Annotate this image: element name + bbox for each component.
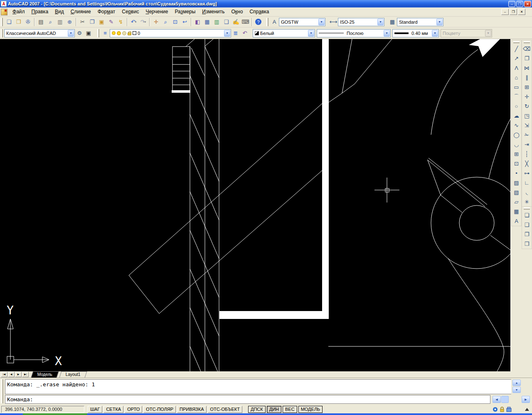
rotate-button[interactable]: ↻ xyxy=(522,101,532,111)
menu-изменить[interactable]: Изменить xyxy=(199,8,228,16)
scroll-track[interactable] xyxy=(509,396,522,403)
toolbar-lock-icon[interactable] xyxy=(506,407,512,412)
fillet-button[interactable]: ◟ xyxy=(522,188,532,197)
polyline-button[interactable]: Λ xyxy=(512,63,521,73)
toolbar-grip[interactable] xyxy=(266,18,268,26)
restore-button[interactable]: ❐ xyxy=(510,9,517,15)
ellipse-button[interactable]: ◯ xyxy=(512,130,521,140)
chevron-down-icon[interactable]: ▾ xyxy=(224,30,230,37)
trim-button[interactable]: ✁ xyxy=(522,130,532,140)
close-button[interactable]: ✕ xyxy=(518,9,525,15)
menu-размеры[interactable]: Размеры xyxy=(171,8,199,16)
last-tab-button[interactable]: ▶| xyxy=(22,372,29,377)
toggle-отс-поляр[interactable]: ОТС-ПОЛЯР xyxy=(143,406,176,413)
table-style-icon[interactable]: ▦ xyxy=(388,17,397,27)
start-button[interactable] xyxy=(23,413,87,415)
menu-черчение[interactable]: Черчение xyxy=(142,8,171,16)
toolbar-grip[interactable] xyxy=(1,18,3,26)
pan-button[interactable]: ✛ xyxy=(151,17,161,27)
workspace-combo[interactable]: Классический AutoCAD ▾ xyxy=(4,29,75,37)
markup-set-manager-button[interactable]: ✍ xyxy=(231,17,241,27)
undo-button[interactable]: ↶▾ xyxy=(129,17,138,27)
erase-button[interactable]: ⌫ xyxy=(522,44,532,54)
toolbar-grip[interactable] xyxy=(1,29,3,37)
chevron-down-icon[interactable]: ▾ xyxy=(308,30,314,37)
drawing-file-icon[interactable] xyxy=(1,9,7,15)
previous-tab-button[interactable]: ◀ xyxy=(8,372,15,377)
menu-справка[interactable]: Справка xyxy=(246,8,272,16)
point-button[interactable]: • xyxy=(512,168,521,178)
modify-toolbar-grip[interactable] xyxy=(524,41,530,43)
layer-freeze-icon[interactable] xyxy=(117,31,121,35)
layer-vp-freeze-icon[interactable] xyxy=(122,31,126,35)
workspace-settings-icon[interactable]: ⚙ xyxy=(75,29,84,38)
title-bar[interactable]: A AutoCAD 2007 - [C:\Documents and Setti… xyxy=(0,0,532,7)
color-combo[interactable]: Белый ▾ xyxy=(253,29,315,37)
scroll-up-button[interactable]: ▲ xyxy=(512,380,521,386)
communication-center-icon[interactable] xyxy=(493,407,498,412)
tool-palettes-button[interactable]: ▥ xyxy=(212,17,222,27)
open-button[interactable]: ❒ xyxy=(14,17,23,27)
layer-combo[interactable]: 0 ▾ xyxy=(110,29,231,37)
close-button[interactable]: ✕ xyxy=(524,1,531,7)
plot-preview-button[interactable]: ⌕ xyxy=(46,17,55,27)
layer-manager-icon[interactable]: ≡ xyxy=(101,29,110,38)
table-style-combo[interactable]: Standard ▾ xyxy=(397,18,443,26)
lineweight-combo[interactable]: 0.40 мм ▾ xyxy=(392,29,439,37)
send-to-back-button[interactable]: ❑ xyxy=(522,220,532,230)
scroll-right-button[interactable]: ▶ xyxy=(522,396,530,403)
toggle-орто[interactable]: ОРТО xyxy=(125,406,142,413)
polygon-button[interactable]: ⌂ xyxy=(512,73,521,82)
toggle-отс-объект[interactable]: ОТС-ОБЪЕКТ xyxy=(208,406,242,413)
join-button[interactable]: ⊶ xyxy=(522,168,532,178)
zoom-realtime-button[interactable]: ⌕ xyxy=(161,17,170,27)
arc-button[interactable]: ⌒ xyxy=(512,92,521,101)
break-at-point-button[interactable]: ┆ xyxy=(522,149,532,159)
layer-on-icon[interactable] xyxy=(112,31,116,35)
properties-button[interactable]: ◧ xyxy=(193,17,202,27)
toolbar-grip[interactable] xyxy=(97,29,99,37)
status-menu-arrow-icon[interactable] xyxy=(525,408,529,411)
text-style-icon[interactable]: A xyxy=(270,17,279,27)
array-button[interactable]: ⊞ xyxy=(522,82,532,92)
spline-button[interactable]: ∿ xyxy=(512,121,521,130)
publish-button[interactable]: ▥ xyxy=(55,17,65,27)
sheet-set-manager-button[interactable]: ❑ xyxy=(222,17,231,27)
redo-button[interactable]: ↷▾ xyxy=(138,17,148,27)
chevron-down-icon[interactable]: ▾ xyxy=(384,30,390,37)
menu-формат[interactable]: Формат xyxy=(94,8,119,16)
zoom-window-button[interactable]: ⊡ xyxy=(170,17,180,27)
rectangle-button[interactable]: ▭ xyxy=(512,82,521,92)
bring-to-front-button[interactable]: ❏ xyxy=(522,210,532,220)
lock-icon[interactable] xyxy=(500,407,505,412)
scroll-thumb[interactable] xyxy=(501,396,509,403)
send-under-objects-button[interactable]: ❒ xyxy=(522,239,532,249)
menu-вид[interactable]: Вид xyxy=(52,8,67,16)
match-properties-button[interactable]: ✎ xyxy=(106,17,116,27)
chevron-down-icon[interactable]: ▾ xyxy=(318,19,325,25)
menu-правка[interactable]: Правка xyxy=(28,8,52,16)
minimize-button[interactable]: – xyxy=(508,1,515,7)
hatch-button[interactable]: ▨ xyxy=(512,178,521,188)
menu-сервис[interactable]: Сервис xyxy=(118,8,142,16)
scroll-down-button[interactable]: ▼ xyxy=(512,387,521,393)
toggle-привязка[interactable]: ПРИВЯЗКА xyxy=(177,406,206,413)
cut-button[interactable]: ✂ xyxy=(78,17,87,27)
make-block-button[interactable]: ⊡ xyxy=(512,159,521,168)
help-button[interactable]: ? xyxy=(254,17,263,27)
scale-button[interactable]: ◳ xyxy=(522,111,532,121)
quickcalc-button[interactable]: ⌨ xyxy=(241,17,250,27)
mirror-button[interactable]: ⋈ xyxy=(522,63,532,73)
draw-toolbar-grip[interactable] xyxy=(513,41,520,43)
text-style-combo[interactable]: GOSTW ▾ xyxy=(279,18,325,26)
revision-cloud-button[interactable]: ☁ xyxy=(512,111,521,121)
linetype-combo[interactable]: Послою ▾ xyxy=(317,29,391,37)
menu-окно[interactable]: Окно xyxy=(228,8,246,16)
layer-states-icon[interactable]: ≣ xyxy=(231,29,240,38)
menu-слияние[interactable]: Слияние xyxy=(67,8,94,16)
toggle-дпск[interactable]: ДПСК xyxy=(248,406,266,413)
dim-style-combo[interactable]: ISO-25 ▾ xyxy=(338,18,384,26)
chamfer-button[interactable]: ∟ xyxy=(522,178,532,188)
draw-order-toolbar-grip[interactable] xyxy=(524,208,530,210)
drawing-canvas[interactable]: YX xyxy=(0,39,510,371)
